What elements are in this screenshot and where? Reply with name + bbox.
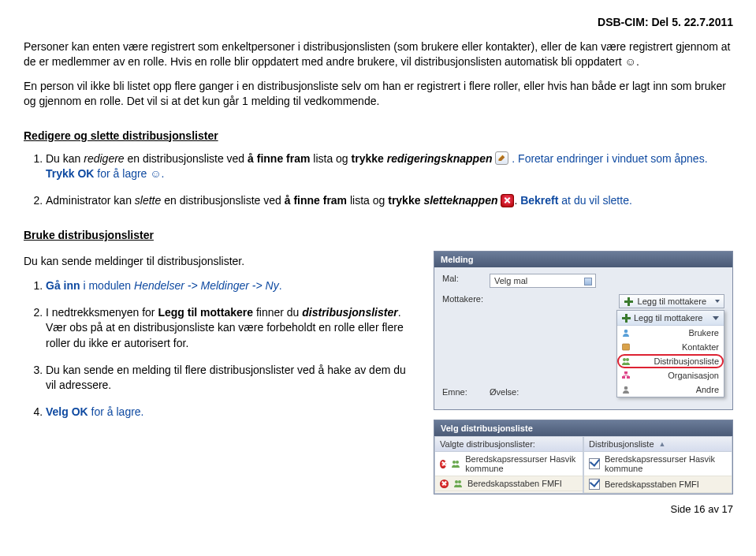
svg-rect-6 xyxy=(627,376,630,379)
mottakere-label: Mottakere: xyxy=(442,294,490,304)
svg-point-8 xyxy=(452,461,456,464)
text: for å lagre ☺. xyxy=(94,167,164,180)
add-recipients-button[interactable]: Legg til mottakere xyxy=(619,294,724,308)
list-item[interactable]: Beredskapsstaben FMFI xyxy=(435,476,583,491)
distribution-list-icon xyxy=(621,356,631,366)
row-label: Beredskapsressurser Hasvik kommune xyxy=(605,454,727,473)
text-bold: Gå inn xyxy=(46,279,80,292)
available-lists-column: Distribusjonsliste▲ Beredskapsressurser … xyxy=(583,436,732,494)
selected-lists-column: Valgte distribusjonslister: Beredskapsre… xyxy=(434,436,583,494)
text-bold: Legg til mottakere xyxy=(158,306,253,319)
menu-label: Andre xyxy=(696,385,719,394)
use-list: Gå inn i modulen Hendelser -> Meldinger … xyxy=(24,278,418,420)
menu-item-kontakter[interactable]: Kontakter xyxy=(617,340,724,354)
plus-icon xyxy=(624,297,633,306)
text: . Foretar endringer i vinduet som åpnes. xyxy=(512,152,707,165)
dropdown-header-label: Legg til mottakere xyxy=(634,313,702,323)
list-item: Gå inn i modulen Hendelser -> Meldinger … xyxy=(46,278,418,294)
text-bold: å finne fram xyxy=(285,194,347,207)
checkbox[interactable] xyxy=(589,458,600,469)
svg-point-9 xyxy=(456,461,459,464)
melding-panel: Melding Mal: Velg mal Mottakere: Legg ti… xyxy=(434,251,733,410)
mal-select[interactable]: Velg mal xyxy=(490,274,596,288)
text: en distribusjonsliste ved xyxy=(125,152,248,165)
text-bold-em: sletteknappen xyxy=(423,194,497,207)
plus-icon xyxy=(622,314,631,323)
menu-item-andre[interactable]: Andre xyxy=(617,382,724,397)
menu-item-brukere[interactable]: Brukere xyxy=(617,326,724,340)
checkbox[interactable] xyxy=(589,479,600,490)
delete-icon xyxy=(501,194,514,207)
row-label: Beredskapsstaben FMFI xyxy=(605,480,699,489)
text-em: slette xyxy=(135,194,161,207)
menu-label: Organisasjon xyxy=(668,371,719,380)
table-row[interactable]: Beredskapsstaben FMFI xyxy=(584,476,732,493)
section-title-edit-delete: Redigere og slette distribusjonslister xyxy=(24,129,733,142)
header-label: Distribusjonsliste xyxy=(589,439,654,449)
svg-point-2 xyxy=(623,358,626,361)
recipients-dropdown: Legg til mottakere Brukere Kontakter xyxy=(616,310,724,397)
text: Administrator kan xyxy=(46,194,135,207)
list-item: Administrator kan slette en distribusjon… xyxy=(46,193,733,209)
svg-rect-1 xyxy=(623,344,630,350)
text: lista og xyxy=(310,152,351,165)
chevron-down-icon xyxy=(713,316,719,320)
edit-icon xyxy=(495,151,508,165)
list-item: Du kan redigere en distribusjonsliste ve… xyxy=(46,151,733,182)
distribution-list-icon xyxy=(451,459,460,468)
dropdown-header[interactable]: Legg til mottakere xyxy=(617,311,724,326)
text-em: Hendelser -> Meldinger -> Ny xyxy=(134,279,279,292)
sort-icon: ▲ xyxy=(659,440,666,448)
svg-point-7 xyxy=(624,386,628,390)
text: at du vil slette. xyxy=(558,194,631,207)
add-recipients-label: Legg til mottakere xyxy=(638,297,706,306)
text: . xyxy=(279,279,282,292)
distribution-list-icon xyxy=(453,479,463,488)
select-distributionlist-panel: Velg distribusjonsliste Valgte distribus… xyxy=(434,420,733,494)
menu-item-organisasjon[interactable]: Organisasjon xyxy=(617,368,724,382)
page-footer: Side 16 av 17 xyxy=(670,503,733,515)
text-bold-em: redigeringsknappen xyxy=(387,152,493,165)
text: I nedtrekksmenyen for xyxy=(46,306,158,319)
svg-point-10 xyxy=(455,480,458,483)
text-bold: trykke xyxy=(388,194,423,207)
text-bold: å finne fram xyxy=(248,152,310,165)
panel2-title: Velg distribusjonsliste xyxy=(434,420,732,436)
list-item: I nedtrekksmenyen for Legg til mottakere… xyxy=(46,305,418,352)
organisation-icon xyxy=(621,371,631,380)
text: Du kan xyxy=(46,152,84,165)
text-bold: trykke xyxy=(352,152,387,165)
panel-title: Melding xyxy=(434,252,732,267)
emne-label: Emne: xyxy=(442,387,490,397)
available-lists-header[interactable]: Distribusjonsliste▲ xyxy=(584,437,732,452)
svg-rect-4 xyxy=(624,371,628,374)
text-bold: Trykk OK xyxy=(46,167,94,180)
svg-point-0 xyxy=(624,330,628,334)
mal-label: Mal: xyxy=(442,274,490,283)
table-row[interactable]: Beredskapsressurser Hasvik kommune xyxy=(584,452,732,476)
list-item[interactable]: Beredskapsressurser Hasvik kommune xyxy=(435,452,583,476)
svg-rect-5 xyxy=(622,376,625,379)
text-bold-em: distribusjonslister xyxy=(302,306,397,319)
menu-item-distribusjonsliste[interactable]: Distribusjonsliste xyxy=(617,354,724,368)
svg-point-11 xyxy=(458,480,461,483)
section-title-use: Bruke distribusjonslister xyxy=(24,229,733,241)
menu-label: Distribusjonsliste xyxy=(654,356,719,366)
header-reference: DSB-CIM: Del 5. 22.7.2011 xyxy=(24,16,733,28)
selected-lists-header: Valgte distribusjonslister: xyxy=(435,437,583,452)
remove-icon[interactable] xyxy=(440,480,449,488)
remove-icon[interactable] xyxy=(440,460,446,468)
text: i modulen xyxy=(80,279,134,292)
svg-point-3 xyxy=(626,358,629,361)
edit-delete-list: Du kan redigere en distribusjonsliste ve… xyxy=(24,151,733,209)
list-item: Velg OK for å lagre. xyxy=(46,405,418,420)
user-icon xyxy=(621,328,631,338)
text-em: redigere xyxy=(84,152,124,165)
list-item-label: Beredskapsressurser Hasvik kommune xyxy=(465,454,578,473)
use-lead: Du kan sende meldinger til distribusjons… xyxy=(24,254,418,269)
text-bold: Bekreft xyxy=(520,194,558,207)
text: for å lagre. xyxy=(88,405,144,418)
intro-paragraph-2: En person vil ikke bli listet opp flere … xyxy=(24,79,733,109)
text: en distribusjonsliste ved xyxy=(161,194,284,207)
list-item: Du kan sende en melding til flere distri… xyxy=(46,363,418,394)
